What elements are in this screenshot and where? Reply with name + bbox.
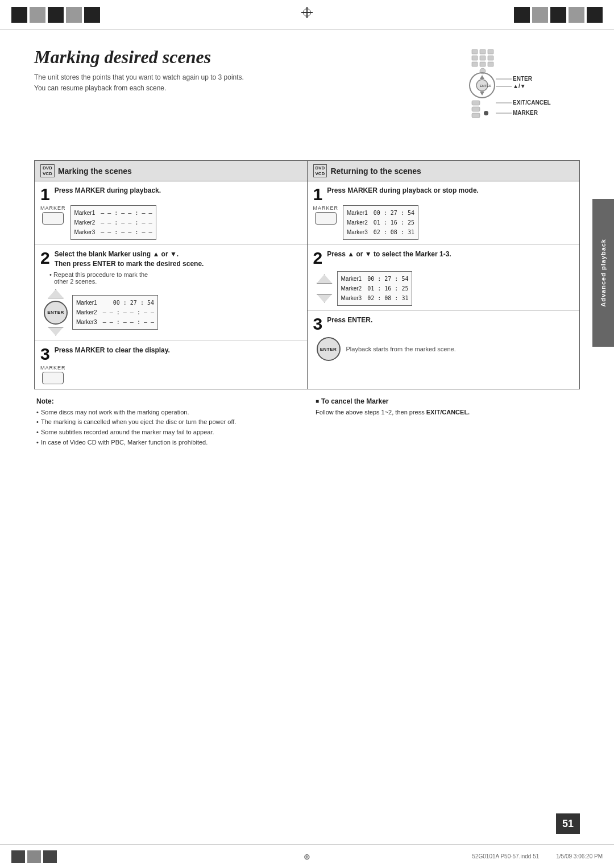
right-up-arrow	[317, 275, 333, 284]
s2-marker1-value: 00 : 27 : 54	[113, 298, 154, 308]
marker-pill-3	[42, 372, 64, 384]
svg-text:ENTER: ENTER	[513, 76, 533, 82]
r1-marker1-label: Marker1	[347, 208, 368, 218]
left-step-2-row: 2 Select the blank Marker using ▲ or ▼. …	[40, 250, 301, 269]
title-section: Marking desired scenes The unit stores t…	[34, 47, 580, 149]
column-right: DVD VCD Returning to the scenes 1 Press …	[308, 161, 580, 389]
left-step-2-line1: Select the blank Marker using ▲ or ▼.	[55, 250, 204, 259]
top-bar-right-blocks	[514, 7, 603, 23]
s2-marker3-label: Marker3	[76, 317, 97, 327]
left-step-1-display: Marker1 — — : — — : — — Marker2 — — : — …	[70, 205, 156, 240]
left-step-2-number: 2	[40, 250, 50, 267]
remote-diagram: ENTER ENTER ▲/▼ EXIT/CANCEL MARKER	[466, 47, 580, 149]
r1-marker2-value: 01 : 16 : 25	[374, 218, 414, 227]
left-step-1-number: 1	[40, 186, 50, 203]
enter-with-arrows: ENTER Marker1 00 : 27 : 54 Marker2 — — :…	[44, 289, 301, 336]
enter-button[interactable]: ENTER	[44, 301, 68, 325]
left-step-3-marker-area: MARKER	[40, 365, 301, 384]
r1-marker3-value: 02 : 08 : 31	[374, 227, 414, 237]
page-number: 51	[556, 813, 580, 834]
right-arrows-group	[317, 275, 333, 303]
left-step-2-display: Marker1 00 : 27 : 54 Marker2 — — : — — :…	[72, 295, 158, 330]
sidebar-label: Advanced playback	[600, 239, 607, 307]
left-step-3-number: 3	[40, 346, 50, 363]
marker-pill-1	[42, 212, 64, 225]
title-subtitle-1: The unit stores the points that you want…	[34, 72, 466, 83]
svg-rect-3	[472, 56, 478, 60]
marker2-value-1: — — : — — : — —	[101, 218, 152, 227]
block-r4	[569, 7, 584, 23]
svg-text:EXIT/CANCEL: EXIT/CANCEL	[513, 99, 551, 106]
right-step-1-row: 1 Press MARKER during playback or stop m…	[313, 186, 574, 203]
marker-label-1: MARKER	[40, 205, 66, 211]
block-2	[30, 7, 45, 23]
r2-marker1-label: Marker1	[341, 274, 362, 284]
svg-rect-6	[472, 62, 478, 67]
right-step-3-number: 3	[313, 315, 323, 333]
left-step-1-instruction: Press MARKER during playback.	[55, 186, 161, 196]
svg-rect-5	[488, 56, 493, 60]
left-step-1-row: 1 Press MARKER during playback.	[40, 186, 301, 203]
right-step-2-number: 2	[313, 250, 323, 267]
notes-left: Note: Some discs may not work with the m…	[36, 397, 298, 447]
bottom-block-1	[11, 850, 25, 863]
right-enter-button[interactable]: ENTER	[317, 337, 341, 361]
right-sidebar: Advanced playback	[592, 199, 614, 347]
display-row-3: Marker3 — — : — — : — —	[74, 227, 152, 237]
right-step-3: 3 Press ENTER. ENTER Playback starts fro…	[308, 311, 580, 366]
marker-button-3: MARKER	[40, 365, 66, 384]
up-arrow	[48, 289, 64, 298]
bottom-left-blocks	[11, 850, 57, 863]
right-step-1-number: 1	[313, 186, 323, 203]
bottom-reg-mark: ⊕	[304, 854, 310, 861]
svg-rect-7	[480, 62, 486, 67]
r1-marker2-label: Marker2	[347, 218, 368, 227]
marker1-label-1: Marker1	[74, 208, 96, 218]
display-row-2: Marker2 — — : — — : — —	[74, 218, 152, 227]
block-r1	[514, 7, 530, 23]
right-step-2: 2 Press ▲ or ▼ to select the Marker 1-3.…	[308, 245, 580, 311]
right-step-1-instruction: Press MARKER during playback or stop mod…	[327, 186, 479, 196]
marker-button-1: MARKER	[40, 205, 66, 225]
enter-arrows-group: ENTER	[44, 289, 68, 336]
svg-point-18	[484, 111, 488, 115]
right-col-header: DVD VCD Returning to the scenes	[308, 161, 580, 181]
page-content: Marking desired scenes The unit stores t…	[0, 30, 614, 470]
marker3-value-1: — — : — — : — —	[101, 227, 152, 237]
block-r2	[532, 7, 548, 23]
file-info-right: 1/5/09 3:06:20 PM	[556, 853, 603, 859]
block-5	[84, 7, 100, 23]
svg-marker-12	[480, 75, 484, 79]
svg-marker-13	[480, 92, 484, 95]
block-r3	[550, 7, 566, 23]
right-step-3-row: 3 Press ENTER.	[313, 315, 574, 333]
right-step-2-display: Marker1 00 : 27 : 54 Marker2 01 : 16 : 2…	[337, 271, 413, 306]
r2-marker3-label: Marker3	[341, 293, 362, 303]
svg-rect-4	[480, 56, 486, 60]
top-bar-left-blocks	[11, 7, 100, 23]
svg-text:ENTER: ENTER	[480, 84, 492, 88]
note-item-4: In case of Video CD with PBC, Marker fun…	[36, 438, 298, 448]
s2-display-row-2: Marker2 — — : — — : — —	[76, 308, 154, 317]
r1-display-row-2: Marker2 01 : 16 : 25	[347, 218, 414, 227]
r2-display-row-2: Marker2 01 : 16 : 25	[341, 284, 409, 293]
main-columns: DVD VCD Marking the scenes 1 Press MARKE…	[34, 160, 580, 389]
registration-mark-top	[301, 7, 313, 22]
right-dvd-badge: DVD VCD	[313, 164, 327, 177]
title-left: Marking desired scenes The unit stores t…	[34, 47, 466, 94]
svg-text:▲/▼: ▲/▼	[513, 83, 526, 89]
notes-section: Note: Some discs may not work with the m…	[34, 397, 580, 447]
top-bar	[0, 0, 614, 30]
right-step-1-display: Marker1 00 : 27 : 54 Marker2 01 : 16 : 2…	[343, 205, 418, 240]
right-step-3-instruction: Press ENTER.	[327, 315, 372, 325]
left-step-2-line2: Then press ENTER to mark the desired sce…	[55, 259, 204, 269]
right-step-2-body: Marker1 00 : 27 : 54 Marker2 01 : 16 : 2…	[313, 271, 574, 306]
right-step-2-row: 2 Press ▲ or ▼ to select the Marker 1-3.	[313, 250, 574, 267]
notes-title: Note:	[36, 397, 298, 405]
left-step-2-body: • Repeat this procedure to mark the othe…	[40, 271, 301, 336]
r1-display-row-1: Marker1 00 : 27 : 54	[347, 208, 414, 218]
left-step-2: 2 Select the blank Marker using ▲ or ▼. …	[35, 245, 307, 341]
repeat-bullet: • Repeat this procedure to mark the	[49, 271, 148, 278]
bottom-bar: ⊕ 52G0101A P50-57.indd 51 1/5/09 3:06:20…	[0, 844, 614, 868]
note-item-2: The marking is cancelled when you eject …	[36, 417, 298, 427]
